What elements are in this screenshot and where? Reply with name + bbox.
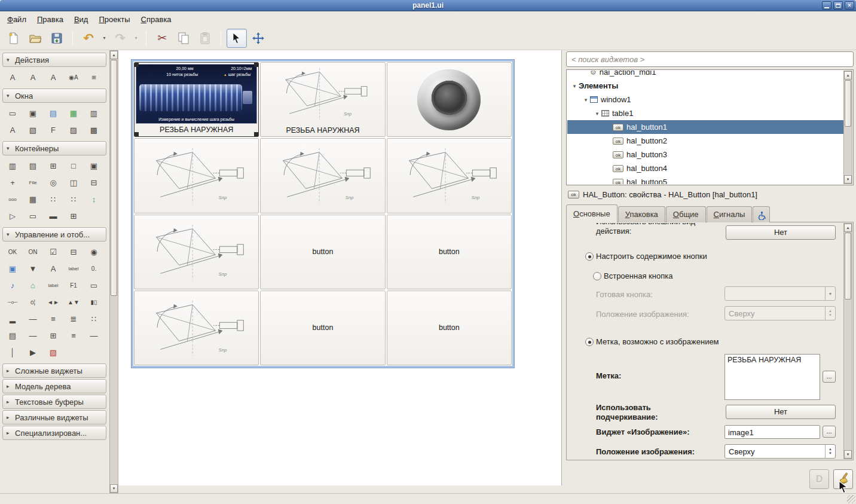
tab-signals[interactable]: Сигналы <box>707 206 753 222</box>
button-icon[interactable]: OK <box>4 244 22 259</box>
save-button[interactable] <box>47 29 67 48</box>
icon-grid-icon[interactable]: ∷ <box>85 311 103 326</box>
viewport-icon[interactable]: ▭ <box>24 208 42 224</box>
notebook-icon[interactable]: ▣ <box>85 158 103 173</box>
accel-label-icon[interactable]: F1 <box>65 277 82 293</box>
scrollbar-thumb[interactable] <box>845 80 851 127</box>
tree-expander-icon[interactable]: ▾ <box>582 97 590 103</box>
table-icon[interactable]: ⊞ <box>44 158 62 173</box>
hscrollbar-icon[interactable]: ◄► <box>44 294 62 310</box>
frame-icon[interactable]: □ <box>65 158 82 173</box>
tree-row[interactable]: hal_button5 <box>567 175 843 184</box>
expander-icon[interactable]: ▷ <box>4 208 22 224</box>
devhelp-button[interactable]: D <box>809 469 829 489</box>
combo-box-entry-icon[interactable]: ▼ <box>24 261 42 276</box>
tree-row[interactable]: ▾ Элементы <box>567 79 843 93</box>
hline-icon[interactable]: — <box>85 328 103 343</box>
list-view-icon[interactable]: ≡ <box>65 328 82 343</box>
toggle-action-icon[interactable]: A <box>24 69 42 85</box>
toggle-button-icon[interactable]: ON <box>24 244 42 259</box>
menubar-item[interactable]: Файл <box>2 13 32 26</box>
selection-handle[interactable] <box>254 132 258 136</box>
scrolled-window-icon[interactable]: ↕ <box>85 191 103 207</box>
scroll-down-arrow-icon[interactable]: ▾ <box>110 484 118 493</box>
window-icon[interactable]: ▭ <box>4 105 22 121</box>
design-canvas[interactable]: 20,00 мм 20:10=2мм 10 ниток резьбы ▲ шаг… <box>118 50 562 485</box>
input-dialog-icon[interactable]: ▨ <box>65 122 82 138</box>
canvas-hal-button[interactable] <box>387 138 512 213</box>
scroll-up-arrow-icon[interactable]: ▴ <box>110 51 118 59</box>
radio-action-icon[interactable]: ◉A <box>65 69 82 85</box>
canvas-hal-button[interactable] <box>134 215 259 289</box>
volume-button-icon[interactable]: ♪ <box>4 277 22 293</box>
cut-button[interactable]: ✂ <box>152 29 172 48</box>
tab-general[interactable]: Основные <box>566 204 617 222</box>
mnemonic-label-icon[interactable]: label <box>44 277 62 293</box>
dialog-icon[interactable]: ▣ <box>24 105 42 121</box>
menubar-item[interactable]: Проекты <box>93 13 135 26</box>
file-chooser-dialog-icon[interactable]: ▧ <box>24 122 42 138</box>
close-button[interactable]: ✕ <box>845 1 854 10</box>
arrow-icon[interactable]: ▶ <box>24 344 42 360</box>
canvas-hal-button[interactable] <box>134 138 259 213</box>
open-button[interactable] <box>25 29 45 48</box>
font-selection-dialog-icon[interactable]: F <box>44 122 62 138</box>
image-icon[interactable]: ▣ <box>4 261 22 276</box>
button-box-icon[interactable]: ooo <box>4 191 22 207</box>
palette-section-header[interactable]: ▾ Окна <box>2 88 106 103</box>
palette-section-header[interactable]: ▾ Контейнеры <box>2 141 106 155</box>
selection-handle[interactable] <box>134 63 139 67</box>
tree-expander-icon[interactable]: ▾ <box>593 111 601 117</box>
new-button[interactable] <box>4 29 24 48</box>
palette-section-header[interactable]: ▸ Специализирован... <box>2 426 106 440</box>
custom-content-radio[interactable] <box>585 252 594 261</box>
image-widget-ellipsis-button[interactable]: ... <box>823 426 836 438</box>
resize-grip[interactable] <box>847 495 855 503</box>
tree-row[interactable]: ▾ window1 <box>567 93 843 106</box>
canvas-hal-button[interactable]: 20,00 мм 20:10=2мм 10 ниток резьбы ▲ шаг… <box>134 62 259 137</box>
palette-section-header[interactable]: ▾ Управление и отоб... <box>2 227 106 242</box>
maximize-button[interactable] <box>833 1 843 10</box>
hseparator-icon[interactable]: — <box>24 311 42 326</box>
text-view-icon[interactable]: ≡ <box>44 311 62 326</box>
offscreen-window-icon[interactable]: A <box>4 122 22 138</box>
scroll-down-arrow-icon[interactable]: ▾ <box>844 175 852 184</box>
selection-handle[interactable] <box>254 63 258 67</box>
cell-view-icon[interactable]: ▤ <box>4 328 22 343</box>
radio-button-icon[interactable]: ◉ <box>85 244 103 259</box>
scrollbar-thumb[interactable] <box>111 60 117 296</box>
vseparator-icon[interactable]: │ <box>4 344 22 360</box>
drag-resize-tool-button[interactable] <box>248 29 268 48</box>
palette-section-header[interactable]: ▾ Действия <box>2 53 106 67</box>
canvas-hal-button[interactable]: РЕЗЬБА НАРУЖНАЯ <box>260 62 385 137</box>
assistant-icon[interactable]: ▩ <box>85 122 103 138</box>
tab-packing[interactable]: Упаковка <box>618 206 665 222</box>
canvas-hal-button[interactable] <box>134 291 259 365</box>
tree-view-icon[interactable]: ≣ <box>65 311 82 326</box>
hscale-icon[interactable]: ─o─ <box>4 294 22 310</box>
tree-expander-icon[interactable]: ▾ <box>570 83 579 89</box>
spin-button-icon[interactable]: 0. <box>85 261 103 276</box>
tree-row[interactable]: hal_button4 <box>567 161 843 175</box>
use-action-appearance-button[interactable]: Нет <box>726 225 836 240</box>
about-dialog-icon[interactable]: ▤ <box>44 105 62 121</box>
layout-icon[interactable]: ▦ <box>24 191 42 207</box>
vbox-icon[interactable]: ▤ <box>24 158 42 173</box>
alignment-icon[interactable]: + <box>4 175 22 190</box>
color-selection-dialog-icon[interactable]: ▦ <box>65 105 82 121</box>
canvas-hal-button[interactable] <box>387 62 512 137</box>
canvas-hal-button[interactable] <box>260 138 385 213</box>
select-pointer-tool-button[interactable] <box>227 29 247 48</box>
label-icon[interactable]: label <box>65 261 82 276</box>
link-button-icon[interactable]: ⌂ <box>24 277 42 293</box>
aspect-frame-icon[interactable]: ◎ <box>44 175 62 190</box>
hbox-icon[interactable]: ▥ <box>4 158 22 173</box>
undo-button[interactable]: ↶ <box>78 29 99 48</box>
table-grid[interactable]: 20,00 мм 20:10=2мм 10 ниток резьбы ▲ шаг… <box>132 60 514 368</box>
scrollbar-thumb[interactable] <box>845 233 851 300</box>
combo-box-icon[interactable]: ⊟ <box>65 244 82 259</box>
vscrollbar-icon[interactable]: ▲▼ <box>65 294 82 310</box>
hpaned-icon[interactable]: ◫ <box>65 175 82 190</box>
fixed-icon[interactable]: ∷ <box>44 191 62 207</box>
stock-button-radio[interactable] <box>593 272 601 280</box>
